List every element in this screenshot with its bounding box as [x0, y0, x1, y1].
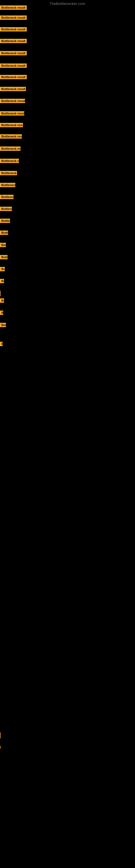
bottleneck-result-badge: Bottleneck result [0, 123, 23, 127]
bottleneck-result-badge: Bottlenec [0, 255, 8, 259]
bottleneck-result-badge: Bottleneck [0, 267, 5, 271]
bottleneck-result-badge: Bottleneck result [0, 134, 22, 138]
bottleneck-result-badge: Bottleneck result [0, 27, 27, 31]
bottleneck-result-badge: Bottle [0, 323, 6, 327]
bottleneck-result-badge: Bottl [0, 243, 6, 247]
bottleneck-result-badge: Bottleneck r [0, 219, 10, 223]
bottleneck-result-badge: Bo [0, 311, 3, 315]
bottleneck-result-badge: Bottleneck result [0, 16, 27, 20]
bottleneck-result-badge: Bot [0, 299, 4, 303]
bottleneck-result-badge: Bot [0, 279, 4, 283]
bottleneck-result-badge: Bottleneck result [0, 63, 27, 68]
bottleneck-result-badge: Bottleneck result [0, 5, 27, 10]
bottleneck-result-badge: Bo [0, 342, 3, 346]
bottleneck-result-badge: Bottleneck result [0, 75, 27, 79]
bottleneck-line-indicator [0, 733, 1, 738]
bottleneck-result-badge: Bottleneck result [0, 39, 27, 43]
bottleneck-result-badge: Bottleneck res [0, 195, 13, 199]
bottleneck-line-indicator [0, 291, 1, 296]
bottleneck-result-badge: Bottleneck result [0, 51, 27, 55]
bottleneck-result-badge: Bottleneck [0, 230, 8, 235]
bottleneck-result-badge: Bottleneck re [0, 207, 12, 211]
bottleneck-result-badge: Bottleneck result [0, 99, 25, 103]
bottleneck-result-badge: Bottleneck result [0, 171, 17, 175]
bottleneck-result-badge: Bottleneck result [0, 183, 15, 187]
bottleneck-result-badge: Bottleneck result [0, 87, 26, 91]
bottleneck-result-badge: Bottleneck result [0, 111, 24, 116]
bottleneck-result-badge: Bottleneck result [0, 147, 20, 151]
bottleneck-line-indicator [0, 746, 1, 749]
bottleneck-result-badge: Bottleneck result [0, 159, 19, 163]
